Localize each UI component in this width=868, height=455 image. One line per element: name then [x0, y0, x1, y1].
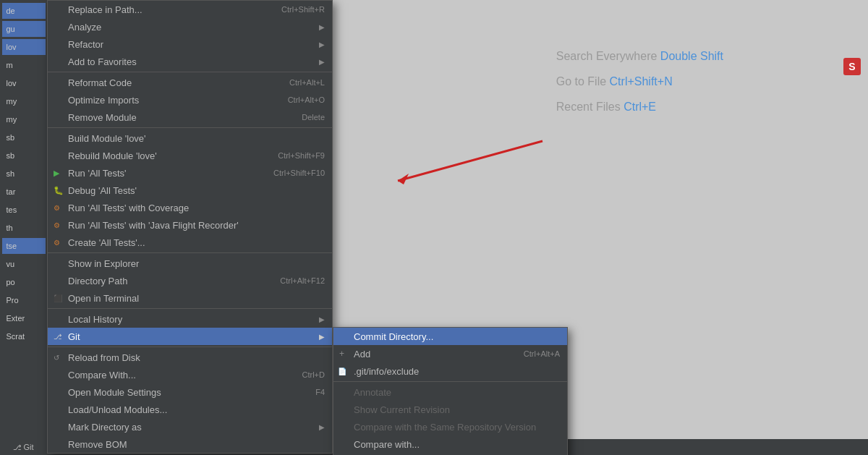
- goto-hint: Go to File Ctrl+Shift+N: [556, 69, 723, 94]
- bottom-git[interactable]: ⎇ Git: [0, 439, 47, 455]
- menu-item-local-history[interactable]: Local History ▶: [48, 310, 332, 328]
- arrow-right-icon: ▶: [319, 23, 325, 31]
- sidebar-item-exter[interactable]: Exter: [2, 310, 46, 326]
- menu-item-compare[interactable]: Compare With... Ctrl+D: [48, 366, 332, 383]
- menu-shortcut-dir: Ctrl+Alt+F12: [280, 276, 325, 285]
- submenu-compare-repo: Compare with the Same Repository Version: [333, 418, 567, 435]
- menu-item-show-explorer[interactable]: Show in Explorer: [48, 255, 332, 272]
- menu-item-remove-bom[interactable]: Remove BOM: [48, 435, 332, 453]
- create-icon: ⚙: [54, 239, 60, 247]
- menu-item-load-modules[interactable]: Load/Unload Modules...: [48, 401, 332, 418]
- menu-shortcut-rebuild: Ctrl+Shift+F9: [278, 151, 325, 160]
- menu-label-local-history: Local History: [68, 314, 315, 325]
- menu-item-refactor[interactable]: Refactor ▶: [48, 35, 332, 53]
- submenu-compare-with[interactable]: Compare with...: [333, 435, 567, 453]
- menu-label-load-modules: Load/Unload Modules...: [68, 404, 325, 415]
- sidebar-item-tar[interactable]: tar: [2, 184, 46, 200]
- submenu-add[interactable]: + Add Ctrl+Alt+A: [333, 345, 567, 362]
- submenu-commit-dir[interactable]: Commit Directory...: [333, 328, 567, 345]
- arrow-right-icon: ▶: [319, 315, 325, 323]
- sidebar-item-scrat[interactable]: Scrat: [2, 328, 46, 344]
- menu-item-analyze[interactable]: Analyze ▶: [48, 18, 332, 35]
- sidebar-item-de[interactable]: de: [2, 3, 46, 19]
- menu-label-reformat: Reformat Code: [68, 77, 275, 88]
- menu-label-reload: Reload from Disk: [68, 352, 325, 363]
- submenu-label-revision: Show Current Revision: [354, 404, 560, 415]
- sidebar-item-sb2[interactable]: sb: [2, 148, 46, 163]
- menu-shortcut-compare: Ctrl+D: [302, 370, 325, 379]
- menu-shortcut-optimize: Ctrl+Alt+O: [288, 95, 325, 104]
- menu-item-create-tests[interactable]: ⚙ Create 'All Tests'...: [48, 234, 332, 251]
- menu-item-flight[interactable]: ⚙ Run 'All Tests' with 'Java Flight Reco…: [48, 216, 332, 234]
- sidebar-item-my[interactable]: my: [2, 93, 46, 109]
- menu-shortcut-remove-module: Delete: [302, 113, 325, 122]
- submenu-label-add: Add: [354, 349, 509, 360]
- menu-label-show-explorer: Show in Explorer: [68, 258, 325, 269]
- submenu-annotate: Annotate: [333, 383, 567, 401]
- menu-label-dir-path: Directory Path: [68, 276, 265, 286]
- sidebar-item-my2[interactable]: my: [2, 111, 46, 127]
- sidebar-item-po[interactable]: po: [2, 274, 46, 290]
- background-hints: Search Everywhere Double Shift Go to Fil…: [556, 43, 723, 120]
- menu-item-rebuild-module[interactable]: Rebuild Module 'love' Ctrl+Shift+F9: [48, 147, 332, 164]
- sidebar-item-sh[interactable]: sh: [2, 166, 46, 182]
- coverage-icon: ⚙: [54, 204, 60, 212]
- sidebar-item-lov[interactable]: lov: [2, 39, 46, 55]
- menu-item-coverage[interactable]: ⚙ Run 'All Tests' with Coverage: [48, 199, 332, 216]
- menu-item-remove-module[interactable]: Remove Module Delete: [48, 109, 332, 126]
- menu-item-module-settings[interactable]: Open Module Settings F4: [48, 383, 332, 401]
- submenu-shortcut-add: Ctrl+Alt+A: [524, 349, 560, 358]
- sidebar-item-gu[interactable]: gu: [2, 21, 46, 37]
- menu-item-directory-path[interactable]: Directory Path Ctrl+Alt+F12: [48, 272, 332, 289]
- menu-label-rebuild-module: Rebuild Module 'love': [68, 150, 263, 161]
- sidebar: de gu lov m lov my my sb sb sh tar tes t…: [0, 0, 47, 455]
- sidebar-item-tes[interactable]: tes: [2, 202, 46, 218]
- menu-label-module-settings: Open Module Settings: [68, 387, 301, 398]
- submenu-label-compare-with: Compare with...: [354, 439, 560, 450]
- menu-label-debug: Debug 'All Tests': [68, 185, 325, 196]
- sidebar-item-sb[interactable]: sb: [2, 129, 46, 145]
- menu-shortcut-module: F4: [315, 388, 325, 396]
- submenu-gitinfo[interactable]: 📄 .git/info/exclude: [333, 362, 567, 380]
- menu-item-optimize[interactable]: Optimize Imports Ctrl+Alt+O: [48, 91, 332, 109]
- debug-icon: 🐛: [54, 186, 64, 195]
- sidebar-item-pro[interactable]: Pro: [2, 292, 46, 308]
- sidebar-item-th[interactable]: th: [2, 220, 46, 236]
- menu-label-build-module: Build Module 'love': [68, 133, 325, 144]
- git-submenu: Commit Directory... + Add Ctrl+Alt+A 📄 .…: [333, 327, 568, 455]
- run-icon: ▶: [54, 169, 59, 178]
- menu-item-mark-directory[interactable]: Mark Directory as ▶: [48, 418, 332, 435]
- submenu-sep-1: [333, 381, 567, 382]
- flight-icon: ⚙: [54, 221, 60, 229]
- menu-item-reload[interactable]: ↺ Reload from Disk: [48, 349, 332, 366]
- sidebar-item-vu[interactable]: vu: [2, 256, 46, 272]
- menu-item-replace-in-path[interactable]: Replace in Path... Ctrl+Shift+R: [48, 1, 332, 18]
- sidebar-item-lov2[interactable]: lov: [2, 75, 46, 91]
- menu-label-replace-in-path: Replace in Path...: [68, 4, 267, 15]
- submenu-show-revision: Show Current Revision: [333, 401, 567, 418]
- s-logo-icon: S: [843, 58, 861, 75]
- submenu-label-annotate: Annotate: [354, 387, 560, 398]
- menu-item-terminal[interactable]: ⬛ Open in Terminal: [48, 289, 332, 307]
- svg-line-0: [398, 141, 542, 181]
- menu-label-remove-bom: Remove BOM: [68, 439, 325, 450]
- separator-5: [48, 346, 332, 347]
- search-hint: Search Everywhere Double Shift: [556, 43, 723, 69]
- sidebar-item-tse[interactable]: tse: [2, 238, 46, 254]
- menu-label-refactor: Refactor: [68, 39, 315, 50]
- menu-label-coverage: Run 'All Tests' with Coverage: [68, 203, 325, 213]
- menu-label-remove-module: Remove Module: [68, 112, 287, 123]
- menu-item-build-module[interactable]: Build Module 'love': [48, 129, 332, 147]
- menu-item-debug-tests[interactable]: 🐛 Debug 'All Tests': [48, 182, 332, 199]
- menu-item-reformat[interactable]: Reformat Code Ctrl+Alt+L: [48, 74, 332, 91]
- arrow-right-icon: ▶: [319, 333, 325, 341]
- menu-item-run-tests[interactable]: ▶ Run 'All Tests' Ctrl+Shift+F10: [48, 164, 332, 182]
- submenu-label-gitinfo: .git/info/exclude: [354, 366, 560, 377]
- sidebar-item-m[interactable]: m: [2, 57, 46, 73]
- menu-label-terminal: Open in Terminal: [68, 293, 325, 304]
- menu-label-flight: Run 'All Tests' with 'Java Flight Record…: [68, 220, 325, 231]
- annotation-arrow: [354, 134, 608, 192]
- menu-item-add-favorites[interactable]: Add to Favorites ▶: [48, 53, 332, 70]
- separator-1: [48, 72, 332, 72]
- menu-item-git[interactable]: ⎇ Git ▶: [48, 328, 332, 345]
